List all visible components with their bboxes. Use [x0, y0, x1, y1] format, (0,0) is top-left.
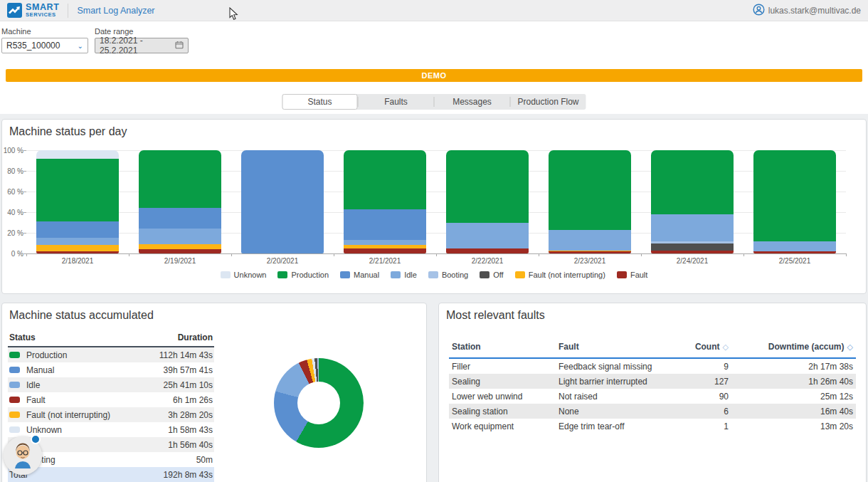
fault-station: Sealing station	[452, 407, 559, 416]
fault-count: 6	[661, 407, 729, 416]
legend-item-idle[interactable]: Idle	[391, 271, 417, 279]
stacked-bar	[753, 150, 835, 253]
content-area: Machine status per day 100 %80 %60 %40 %…	[0, 114, 868, 482]
tab-status[interactable]: Status	[282, 94, 358, 110]
legend-label: Idle	[404, 271, 417, 279]
legend-label: Fault	[630, 271, 647, 279]
y-axis-tick-label: 20 %	[2, 229, 23, 237]
legend-item-production[interactable]: Production	[277, 271, 329, 279]
legend-item-fault-not-interrupting-[interactable]: Fault (not interrupting)	[515, 271, 605, 279]
header-divider	[68, 4, 68, 18]
legend-label: Off	[493, 271, 503, 279]
bar-segment-idle	[753, 241, 835, 252]
x-axis-tick	[743, 253, 744, 256]
bar-segment-fault	[344, 248, 425, 253]
col-downtime-sort[interactable]: Downtime (accum)◇	[729, 342, 853, 352]
status-duration: 3h 28m 20s	[168, 410, 213, 420]
bar-segment-fault-not-interrupting-	[139, 244, 221, 249]
bar-2/24/2021	[641, 150, 743, 253]
legend-item-booting[interactable]: Booting	[428, 271, 468, 279]
x-axis-label: 2/22/2021	[436, 257, 539, 265]
legend-label: Production	[291, 271, 329, 279]
bar-segment-production	[446, 150, 528, 223]
x-axis-tick	[129, 253, 129, 256]
status-name: Idle	[26, 380, 40, 390]
fault-row: Lower web unwindNot raised9025m 12s	[449, 389, 856, 404]
user-icon	[753, 4, 765, 18]
status-name: Manual	[26, 365, 54, 375]
bar-segment-idle	[549, 230, 630, 251]
fault-station: Lower web unwind	[452, 392, 559, 402]
status-row-production: Production112h 14m 43s	[8, 347, 214, 362]
x-axis-label: 2/21/2021	[334, 257, 436, 265]
tab-production-flow[interactable]: Production Flow	[511, 94, 586, 110]
stacked-bar	[651, 150, 733, 253]
faults-table: Station Fault Count◇ Downtime (accum)◇ F…	[449, 339, 856, 434]
x-axis-label: 2/19/2021	[129, 257, 231, 265]
col-fault: Fault	[559, 342, 661, 352]
status-swatch	[9, 412, 20, 418]
fault-text: Light barrier interrupted	[559, 377, 661, 387]
most-relevant-faults-panel: Most relevant faults Station Fault Count…	[438, 303, 867, 482]
status-row-fault: Fault6h 1m 26s	[8, 392, 214, 407]
fault-row: FillerFeedback signal missing92h 17m 38s	[449, 359, 856, 374]
bar-2/25/2021	[743, 150, 846, 253]
bar-2/19/2021	[129, 150, 231, 253]
bar-segment-fault	[36, 251, 118, 253]
bar-segment-fault	[549, 251, 630, 253]
status-duration: 6h 1m 26s	[173, 395, 213, 405]
bar-columns	[26, 150, 846, 253]
col-duration: Duration	[178, 332, 213, 342]
status-duration: 50m	[196, 455, 213, 465]
status-name: Unknown	[26, 425, 62, 435]
y-axis-tick-label: 40 %	[2, 209, 23, 216]
brand-logo: SMART SERVICES	[7, 3, 59, 18]
status-row-idle: Idle25h 41m 10s	[8, 377, 214, 392]
legend-swatch	[340, 271, 350, 278]
col-status: Status	[9, 332, 36, 342]
tab-messages[interactable]: Messages	[435, 94, 510, 110]
bar-segment-fault	[753, 251, 835, 253]
machine-select[interactable]: R535_100000 ⌄	[1, 38, 88, 53]
user-email: lukas.stark@multivac.de	[768, 6, 861, 16]
user-menu[interactable]: lukas.stark@multivac.de	[753, 4, 861, 18]
date-range-input[interactable]: 18.2.2021 - 25.2.2021	[95, 38, 189, 53]
legend-item-fault[interactable]: Fault	[617, 271, 647, 279]
y-axis-tick-label: 100 %	[2, 147, 23, 154]
legend-label: Fault (not interrupting)	[529, 271, 605, 279]
col-count-sort[interactable]: Count◇	[661, 342, 729, 352]
bar-segment-fault-not-interrupting-	[36, 245, 118, 251]
tab-faults[interactable]: Faults	[359, 94, 434, 110]
y-axis-tick-label: 60 %	[2, 188, 23, 196]
status-swatch	[9, 382, 20, 388]
bar-segment-production	[651, 150, 733, 214]
status-duration: 192h 8m 43s	[164, 470, 213, 480]
fault-station: Work equipment	[452, 421, 559, 431]
fault-text: Edge trim tear-off	[559, 421, 661, 431]
machine-label: Machine	[1, 27, 88, 36]
sort-icon: ◇	[847, 342, 853, 351]
col-station: Station	[452, 342, 559, 352]
legend-item-off[interactable]: Off	[480, 271, 503, 279]
y-axis-tick-label: 80 %	[2, 167, 23, 175]
machine-status-accumulated-panel: Machine status accumulated Status Durati…	[1, 303, 427, 482]
status-name: Production	[26, 350, 67, 360]
assistant-widget[interactable]	[4, 436, 42, 475]
calendar-icon[interactable]	[175, 41, 184, 51]
brand-logo-text: SMART SERVICES	[26, 3, 59, 17]
legend-item-unknown[interactable]: Unknown	[221, 271, 267, 279]
stacked-bar	[446, 150, 528, 253]
status-swatch	[9, 352, 20, 358]
fault-row: Sealing stationNone616m 40s	[449, 404, 856, 419]
legend-label: Booting	[442, 271, 468, 279]
legend-item-manual[interactable]: Manual	[340, 271, 379, 279]
bar-segment-off	[651, 243, 733, 251]
panel-title-accumulated: Machine status accumulated	[9, 309, 154, 322]
date-range-value: 18.2.2021 - 25.2.2021	[100, 36, 171, 56]
legend-swatch	[277, 271, 287, 278]
stacked-bar	[549, 150, 630, 253]
x-axis-tick	[436, 253, 437, 256]
bar-segment-production	[36, 159, 118, 221]
fault-count: 90	[661, 392, 729, 402]
fault-text: None	[559, 407, 661, 416]
